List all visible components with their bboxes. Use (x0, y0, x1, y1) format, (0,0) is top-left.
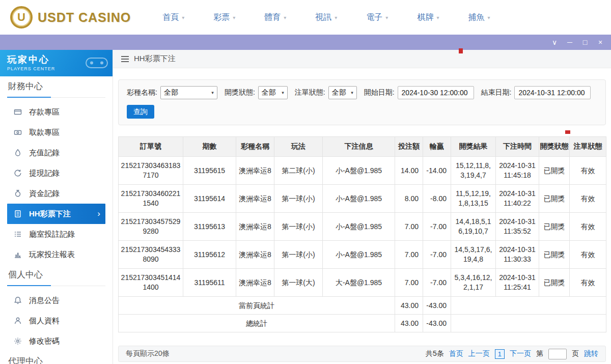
minimize-button[interactable]: ─ (562, 35, 577, 50)
sidebar-item-player-bet-report[interactable]: 玩家投注報表 (7, 244, 105, 265)
nav-item-fishing[interactable]: 捕魚 ▾ (468, 12, 490, 23)
menu-toggle-icon[interactable] (121, 56, 129, 62)
logo-letter: U (17, 11, 25, 24)
lottery-name-select[interactable]: 全部 ▾ (160, 86, 217, 99)
content-area: HH彩票下注 彩種名稱: 全部 ▾ 開獎狀態: 全部 (113, 50, 611, 364)
logo[interactable]: U USDT CASINO (10, 6, 131, 29)
sidebar-item-funds-records[interactable]: 資金記錄 (7, 183, 105, 204)
draw-status-cell: 已開獎 (539, 241, 570, 269)
sidebar-item-hh-lottery-bets[interactable]: HH彩票下注 › (7, 204, 105, 224)
col-header-play: 玩法 (274, 137, 323, 157)
withdraw-icon (13, 128, 22, 137)
chevron-down-icon: ▾ (284, 15, 286, 20)
sidebar-item-withdraw[interactable]: 取款專區 (7, 122, 105, 143)
nav-label: 電子 (366, 12, 382, 23)
total-summary-win-loss: -43.00 (423, 315, 451, 332)
col-header-lottery: 彩種名稱 (236, 137, 274, 157)
chevron-down-icon: ▾ (436, 15, 439, 20)
logo-text: USDT CASINO (38, 10, 131, 25)
bet-time-cell: 2024-10-31 11:35:52 (496, 213, 539, 241)
table-row: 2152173034543338090 31195612 澳洲幸运8 第一球(小… (119, 241, 606, 269)
draw-status-cell: 已開獎 (539, 269, 570, 297)
total-summary-amount: 43.00 (395, 315, 423, 332)
nav-item-live[interactable]: 視訊 ▾ (315, 12, 337, 23)
end-date-input[interactable] (514, 86, 591, 99)
page-size-label: 每頁顯示20條 (126, 349, 170, 358)
app-window: U USDT CASINO 首頁 ▾ 彩票 ▾ 體育 ▾ 視訊 ▾ 電子 (0, 0, 611, 364)
nav-item-cards[interactable]: 棋牌 ▾ (417, 12, 439, 23)
sidebar-item-label: 資金記錄 (29, 189, 60, 199)
close-button[interactable]: × (593, 35, 608, 50)
maximize-button[interactable]: □ (577, 35, 593, 50)
search-button[interactable]: 查詢 (127, 105, 154, 119)
play-cell: 第二球(小) (274, 157, 323, 185)
chevron-down-icon: ▾ (182, 15, 184, 20)
amount-cell: 7.00 (395, 213, 423, 241)
gamepad-icon (85, 56, 108, 71)
sidebar-item-label: 消息公告 (29, 296, 60, 305)
play-cell: 第一球(小) (274, 241, 323, 269)
sidebar-item-announcements[interactable]: 消息公告 (7, 290, 105, 311)
jump-page-input[interactable] (548, 349, 567, 359)
win-loss-cell: -7.00 (423, 213, 451, 241)
amount-cell: 7.00 (395, 241, 423, 269)
prev-page-link[interactable]: 上一页 (468, 349, 490, 358)
top-navigation: 首頁 ▾ 彩票 ▾ 體育 ▾ 視訊 ▾ 電子 ▾ 棋牌 ▾ (162, 12, 490, 23)
nav-item-slots[interactable]: 電子 ▾ (366, 12, 388, 23)
hall-bet-record-icon (13, 230, 22, 239)
draw-status-select[interactable]: 全部 ▾ (258, 86, 288, 99)
sidebar-item-profile[interactable]: 個人資料 (7, 311, 105, 331)
table-footer: 每頁顯示20條 共5条 首页 上一页 1 下一页 第 页 跳转 (118, 346, 606, 362)
main-area: 玩家中心 PLAYERS CENTER 財務中心 存款專區 取款專區 (0, 50, 611, 364)
sidebar-item-withdrawal-records[interactable]: 提現記錄 (7, 163, 105, 183)
page-summary-win-loss: -43.00 (423, 297, 451, 315)
nav-item-lottery[interactable]: 彩票 ▾ (213, 12, 235, 23)
jump-page-button[interactable]: 跳转 (584, 349, 598, 358)
draw-status-cell: 已開獎 (539, 213, 570, 241)
gear-icon (13, 337, 22, 346)
nav-item-home[interactable]: 首頁 ▾ (162, 12, 184, 23)
top-bar: U USDT CASINO 首頁 ▾ 彩票 ▾ 體育 ▾ 視訊 ▾ 電子 (0, 0, 611, 35)
play-cell: 第一球(小) (274, 185, 323, 213)
table-row: 2152173034514141400 31195611 澳洲幸运8 第一球(大… (119, 269, 606, 297)
sidebar-item-recharge-records[interactable]: 充值記錄 (7, 143, 105, 163)
chevron-down-icon: ▾ (351, 90, 353, 95)
total-count-label: 共5条 (426, 349, 444, 358)
bet-time-cell: 2024-10-31 11:30:33 (496, 241, 539, 269)
page-title: HH彩票下注 (134, 54, 176, 64)
finance-center-section: 財務中心 存款專區 取款專區 充值記錄 (0, 77, 113, 265)
bet-time-cell: 2024-10-31 11:25:41 (496, 269, 539, 297)
sidebar-item-hall-bet-records[interactable]: 廳室投註記錄 (7, 224, 105, 244)
lottery-name-label: 彩種名稱: (127, 88, 157, 97)
end-date-filter: 結束日期: (481, 86, 591, 99)
page-header-bar: HH彩票下注 (113, 50, 611, 68)
bet-time-cell: 2024-10-31 11:40:22 (496, 185, 539, 213)
draw-status-label: 開獎狀態: (225, 88, 255, 97)
bet-info-cell: 大-A盤@1.985 (323, 269, 395, 297)
period-cell: 31195611 (183, 269, 236, 297)
page-summary-row: 當前頁統計 43.00 -43.00 (119, 297, 606, 315)
start-date-input[interactable] (398, 86, 474, 99)
window-title-bar: ∨ ─ □ × (0, 35, 611, 50)
jump-prefix-label: 第 (536, 349, 543, 358)
order-status-cell: 有效 (570, 157, 606, 185)
sidebar-item-deposit[interactable]: 存款專區 (7, 102, 105, 122)
lottery-cell: 澳洲幸运8 (236, 185, 274, 213)
usdt-logo-icon: U (10, 6, 33, 29)
bet-time-cell: 2024-10-31 11:45:18 (496, 157, 539, 185)
sidebar-item-change-password[interactable]: 修改密碼 (7, 331, 105, 351)
nav-label: 彩票 (213, 12, 230, 23)
end-date-label: 結束日期: (481, 88, 512, 97)
next-page-link[interactable]: 下一页 (510, 349, 531, 358)
order-status-select[interactable]: 全部 ▾ (328, 86, 357, 99)
collapse-button[interactable]: ∨ (547, 35, 562, 50)
first-page-link[interactable]: 首页 (449, 349, 463, 358)
order-status-cell: 有效 (570, 185, 606, 213)
result-cell: 14,5,3,17,6,19,4,8 (451, 241, 496, 269)
col-header-bet-time: 下注時間 (496, 137, 539, 157)
period-cell: 31195615 (183, 157, 236, 185)
recharge-record-icon (13, 149, 22, 157)
nav-item-sports[interactable]: 體育 ▾ (264, 12, 286, 23)
bell-icon (13, 296, 22, 305)
chevron-down-icon: ▾ (282, 90, 284, 95)
